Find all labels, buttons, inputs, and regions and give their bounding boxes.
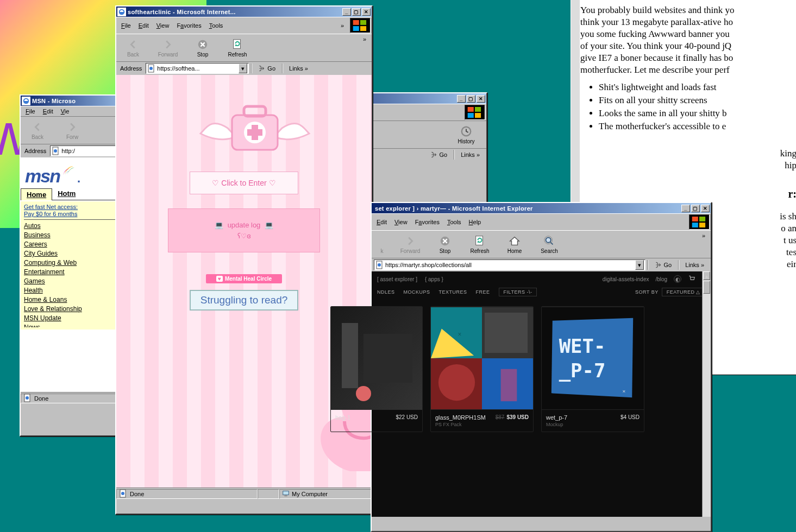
page-icon [23,394,32,403]
address-dropdown-icon[interactable]: ▾ [635,260,644,270]
minimize-button[interactable]: _ [342,8,351,16]
svg-rect-26 [283,491,289,495]
product-image: WET- _P-7 × [542,307,644,410]
tab-home[interactable]: Home [21,188,52,200]
filter-mockups[interactable]: MOCKUPS [404,289,430,295]
scroll-thumb[interactable] [703,281,710,294]
back-button[interactable]: Back [118,36,148,60]
product-card[interactable]: WET- _P-7 × $4 USD wet_p-7 Mockup [541,306,644,432]
mental-health-badge[interactable]: ♥ Mental Heal Circle [206,274,282,283]
maximize-button[interactable]: ▢ [352,8,361,16]
address-input[interactable] [156,65,239,72]
back-icon [127,39,139,50]
martyr-window: set explorer ] › martyr— - Microsoft Int… [371,202,712,532]
menu-edit[interactable]: Edit [39,107,57,116]
forward-button[interactable]: Forward [396,232,425,256]
nav-apps[interactable]: { apps } [425,276,443,282]
windows-logo-icon [689,214,710,230]
nav-blog[interactable]: /blog [655,276,667,282]
svg-rect-2 [468,113,474,118]
menu-view[interactable]: View [391,218,411,226]
cart-icon[interactable] [688,275,695,283]
svg-point-9 [26,396,29,400]
menu-help[interactable]: Help [465,218,485,226]
filter-bundles[interactable]: NDLES [377,289,395,295]
page-icon [52,147,60,155]
tab-hotmail[interactable]: Hotm [52,188,81,200]
stop-button[interactable]: Stop [188,36,217,60]
ie-icon [117,8,126,16]
home-button[interactable]: Home [500,232,529,256]
minimize-button[interactable]: _ [457,95,466,103]
refresh-button[interactable]: Refresh [223,36,252,60]
mx-addressbar: ▾ Go Links » [372,258,711,271]
mx-titlebar[interactable]: set explorer ] › martyr— - Microsoft Int… [372,203,711,213]
menu-tools[interactable]: Tools [443,218,465,226]
minimize-button[interactable]: _ [681,205,690,212]
menu-view[interactable]: Vie [57,107,73,116]
menu-file[interactable]: File [22,107,39,116]
heart-icon: ♥ [216,276,223,282]
menu-edit[interactable]: Edit [135,21,153,30]
back-button[interactable]: Back [23,118,52,142]
toolbar-more-icon[interactable]: » [360,36,369,42]
history-button[interactable]: History [452,123,481,147]
links-button[interactable]: Links » [681,262,709,268]
go-button[interactable]: Go [426,151,452,159]
filter-textures[interactable]: TEXTURES [439,289,467,295]
go-button[interactable]: Go [254,65,280,72]
address-box[interactable]: ▾ [374,259,645,270]
mfw-list: Shit's lightweight and loads fast Fits o… [580,81,796,132]
list-item: Looks the same in all your shitty b [599,107,796,119]
menu-favorites[interactable]: Favorites [411,218,443,226]
product-card[interactable]: × $87$39 USD glass_M0RPH1SM PS FX Pack [430,306,534,432]
svg-point-25 [121,492,124,495]
svg-point-34 [546,237,551,242]
sh-titlebar[interactable]: softheartclinic - Microsoft Internet... … [116,7,372,17]
svg-point-18 [149,67,153,70]
close-button[interactable]: ✕ [362,8,371,16]
search-icon [543,235,555,247]
product-price: $4 USD [620,414,640,420]
nav-dai[interactable]: digital-assets-index [603,276,649,282]
close-button[interactable]: ✕ [477,95,485,103]
links-button[interactable]: Links » [285,65,312,72]
svg-rect-14 [360,26,366,31]
refresh-button[interactable]: Refresh [465,232,494,256]
product-card[interactable]: $22 USD bag-1 [330,306,423,432]
struggling-read-button[interactable]: Struggling to read? [190,290,299,311]
enter-button[interactable]: ♡ Click to Enter ♡ [190,172,298,194]
forward-button[interactable]: Forward [153,36,183,60]
menu-more-icon[interactable]: » [337,21,348,30]
sort-select[interactable]: FEATURED △ [662,288,705,296]
address-dropdown-icon[interactable]: ▾ [239,64,247,73]
svg-rect-1 [475,107,481,112]
toolbar-more-icon[interactable]: » [699,232,709,239]
svg-point-47 [438,364,475,401]
svg-text:_P-7: _P-7 [559,359,606,382]
menu-view[interactable]: View [153,21,173,30]
go-button[interactable]: Go [650,261,676,269]
nav-asset-explorer[interactable]: [ asset explorer ] [377,276,417,282]
search-button[interactable]: Search [535,232,564,256]
menu-tools[interactable]: Tools [205,21,227,30]
menu-file[interactable]: File [117,21,135,30]
close-button[interactable]: ✕ [701,205,710,212]
menu-favorites[interactable]: Favorites [173,21,205,30]
mx-scrollbar[interactable]: ▴ [702,271,711,517]
status-text: Done [34,395,48,402]
forward-button[interactable]: Forw [58,118,87,142]
address-box[interactable]: ▾ [146,63,249,74]
update-log-box[interactable]: 💻 update log 💻 ʕ♡ɞ [168,208,320,252]
links-button[interactable]: Links » [456,151,484,158]
back-button[interactable]: k [374,232,390,256]
stop-button[interactable]: Stop [430,232,460,256]
filter-free[interactable]: FREE [476,289,490,295]
filters-toggle[interactable]: FILTERS -\- [499,288,537,296]
scroll-up-icon[interactable]: ▴ [703,271,710,280]
theme-icon[interactable]: ◐ [674,275,681,283]
address-input[interactable] [384,261,635,269]
maximize-button[interactable]: ▢ [467,95,475,103]
menu-edit[interactable]: Edit [373,218,391,226]
maximize-button[interactable]: ▢ [691,205,700,212]
